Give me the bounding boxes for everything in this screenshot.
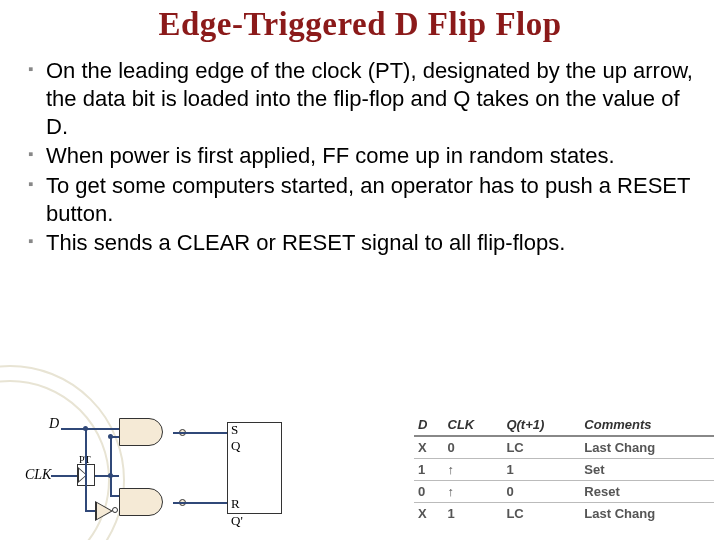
not-gate xyxy=(95,501,113,521)
not-bubble-icon xyxy=(112,507,118,513)
col-d: D xyxy=(414,414,444,436)
qbar-label: Q' xyxy=(231,513,243,529)
wire-junction xyxy=(108,434,113,439)
wire xyxy=(85,428,87,510)
s-label: S xyxy=(231,422,238,438)
table-row: X 1 LC Last Chang xyxy=(414,503,714,525)
circuit-diagram: D CLK PT S Q R Q' xyxy=(55,418,290,538)
table-row: 1 ↑ 1 Set xyxy=(414,459,714,481)
wire xyxy=(85,510,95,512)
wire xyxy=(173,432,227,434)
wire xyxy=(110,436,112,495)
truth-table: D CLK Q(t+1) Comments X 0 LC Last Chang … xyxy=(414,414,714,524)
q-label: Q xyxy=(231,438,240,454)
table-header-row: D CLK Q(t+1) Comments xyxy=(414,414,714,436)
bullet-item: To get some computers started, an operat… xyxy=(46,172,704,228)
bullet-item: This sends a CLEAR or RESET signal to al… xyxy=(46,229,704,257)
wire xyxy=(95,475,119,477)
wire xyxy=(110,495,119,497)
col-q: Q(t+1) xyxy=(502,414,580,436)
table-row: 0 ↑ 0 Reset xyxy=(414,481,714,503)
page-title: Edge-Triggered D Flip Flop xyxy=(16,6,704,43)
bullet-item: On the leading edge of the clock (PT), d… xyxy=(46,57,704,141)
slide-content: Edge-Triggered D Flip Flop On the leadin… xyxy=(0,0,720,257)
wire xyxy=(51,475,77,477)
clk-label: CLK xyxy=(25,467,51,483)
wire xyxy=(173,502,227,504)
col-clk: CLK xyxy=(444,414,503,436)
col-comments: Comments xyxy=(580,414,714,436)
wire-junction xyxy=(83,426,88,431)
bullet-item: When power is first applied, FF come up … xyxy=(46,142,704,170)
nand-gate xyxy=(119,488,179,516)
wire-junction xyxy=(108,473,113,478)
nand-gate xyxy=(119,418,179,446)
wire xyxy=(61,428,119,430)
bottom-region: D CLK PT S Q R Q' xyxy=(0,410,720,540)
d-label: D xyxy=(49,416,59,432)
bullet-list: On the leading edge of the clock (PT), d… xyxy=(16,57,704,257)
r-label: R xyxy=(231,496,240,512)
table-row: X 0 LC Last Chang xyxy=(414,436,714,459)
